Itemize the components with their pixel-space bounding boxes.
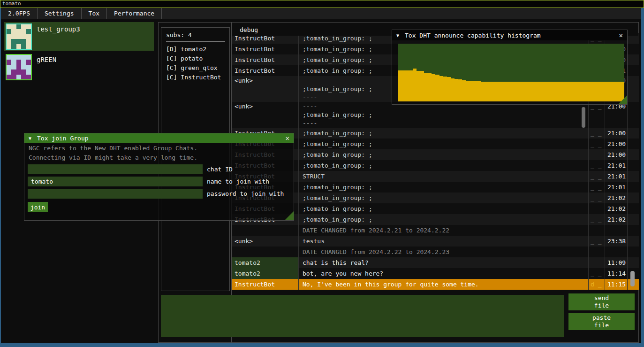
menu-item-tox[interactable]: Tox bbox=[82, 8, 107, 19]
avatar-pixel bbox=[26, 75, 31, 79]
menu-item-performance[interactable]: Performance bbox=[107, 8, 162, 19]
panel-scrollbar-thumb[interactable] bbox=[630, 271, 635, 286]
members-separator bbox=[166, 41, 225, 42]
avatar-pixel bbox=[11, 44, 16, 49]
histogram-bar bbox=[571, 82, 575, 101]
resize-handle[interactable] bbox=[285, 211, 294, 220]
join-group-window: ▼ Tox join Group ✕ NGC refers to the New… bbox=[24, 133, 294, 221]
histogram-bar bbox=[503, 82, 507, 101]
time-cell: 21:00 bbox=[605, 149, 628, 160]
members-header: subs: 4 bbox=[166, 31, 229, 39]
status-cell: _ _ bbox=[589, 268, 605, 279]
avatar-pixel bbox=[16, 65, 21, 69]
histogram-bar bbox=[530, 82, 534, 101]
histogram-bar bbox=[477, 81, 481, 101]
group-item-test_group3[interactable]: test_group3 bbox=[4, 22, 154, 51]
message-cell: No, I've been in this group for quite so… bbox=[299, 279, 589, 290]
chat-row[interactable]: <unk>testus_ _23:38 bbox=[232, 236, 639, 247]
status-cell: _ _ bbox=[589, 236, 605, 247]
histogram-bar bbox=[428, 73, 432, 101]
sender-cell: InstructBot bbox=[232, 54, 299, 65]
avatar-pixel bbox=[16, 55, 21, 60]
avatar-pixel bbox=[16, 24, 21, 29]
avatar-pixel bbox=[26, 60, 31, 64]
histogram-bar bbox=[451, 78, 455, 101]
member-item[interactable]: [C] InstructBot bbox=[166, 73, 229, 82]
chat-row[interactable]: tomato2bot, are you new here?_ _11:14 bbox=[232, 268, 639, 279]
avatar-pixel bbox=[21, 34, 26, 39]
histogram-bar bbox=[515, 82, 518, 101]
paste-file-button[interactable]: paste file bbox=[568, 313, 635, 330]
avatar-pixel bbox=[26, 29, 31, 34]
histogram-bar bbox=[466, 81, 470, 101]
message-input[interactable] bbox=[161, 295, 564, 337]
chat-row[interactable]: DATE CHANGED from 2024.2.21 to 2024.2.22 bbox=[232, 225, 639, 236]
status-cell: _ _ bbox=[589, 214, 605, 225]
join-group-title: Tox join Group bbox=[37, 135, 89, 142]
menu-item-settings[interactable]: Settings bbox=[38, 8, 82, 19]
status-cell: _ _ bbox=[589, 257, 605, 268]
join-field-password-to-join-with[interactable] bbox=[28, 189, 203, 199]
member-item[interactable]: [C] green_qtox bbox=[166, 63, 229, 73]
time-cell bbox=[605, 247, 628, 257]
avatar-pixel bbox=[21, 69, 26, 74]
message-cell: bot, are you new here? bbox=[299, 268, 589, 279]
avatar-pixel bbox=[26, 55, 31, 60]
histogram-bar bbox=[402, 70, 405, 101]
collapse-icon[interactable]: ▼ bbox=[29, 136, 31, 141]
close-icon[interactable]: ✕ bbox=[286, 134, 289, 142]
avatar-pixel bbox=[7, 44, 11, 49]
sender-cell: tomato2 bbox=[232, 268, 299, 279]
avatar-pixel bbox=[26, 44, 31, 49]
member-item[interactable]: [D] tomato2 bbox=[166, 45, 229, 54]
histogram-bar bbox=[496, 82, 500, 101]
join-field-label: name to join with bbox=[207, 177, 269, 186]
time-cell: 21:00 bbox=[605, 128, 628, 139]
group-item-gREEN[interactable]: gREEN bbox=[4, 53, 154, 81]
histogram-bar bbox=[613, 82, 617, 101]
tab-debug-label: debug bbox=[240, 26, 258, 33]
chat-row[interactable]: InstructBotNo, I've been in this group f… bbox=[232, 279, 639, 290]
avatar-pixel bbox=[11, 69, 16, 74]
histogram-bar bbox=[409, 70, 413, 101]
send-file-button[interactable]: send file bbox=[568, 293, 635, 310]
message-cell: ;tomato_in_group: ; bbox=[299, 128, 589, 139]
histogram-bar bbox=[439, 76, 443, 101]
group-name: test_group3 bbox=[37, 25, 80, 33]
message-cell: ;tomato_in_group: ; bbox=[299, 203, 589, 214]
chat-row[interactable]: DATE CHANGED from 2024.2.22 to 2024.2.23 bbox=[232, 247, 639, 257]
time-cell: 21:00 bbox=[605, 102, 628, 128]
join-field-name-to-join-with[interactable]: tomato bbox=[28, 177, 203, 186]
status-cell: d _ bbox=[589, 279, 605, 290]
histogram-bar bbox=[413, 69, 417, 101]
app-window: tomato 2.0FPSSettingsToxPerformance test… bbox=[0, 0, 644, 347]
chat-scrollbar-thumb[interactable] bbox=[582, 107, 585, 128]
collapse-icon[interactable]: ▼ bbox=[396, 33, 399, 38]
resize-handle[interactable] bbox=[618, 95, 627, 104]
join-button[interactable]: join bbox=[28, 202, 48, 212]
message-cell: DATE CHANGED from 2024.2.22 to 2024.2.23 bbox=[299, 247, 589, 257]
status-cell bbox=[589, 247, 605, 257]
message-cell: chat is this real? bbox=[299, 257, 589, 268]
window-frame-right bbox=[641, 8, 644, 347]
menu-item-2.0fps[interactable]: 2.0FPS bbox=[1, 8, 38, 19]
avatar-pixel bbox=[21, 24, 26, 29]
member-item[interactable]: [C] potato bbox=[166, 54, 229, 63]
status-cell: _ _ bbox=[589, 102, 605, 128]
chat-row[interactable]: tomato2chat is this real?_ _11:09 bbox=[232, 257, 639, 268]
sender-cell: tomato2 bbox=[232, 257, 299, 268]
status-cell: _ _ bbox=[589, 193, 605, 203]
window-titlebar[interactable]: tomato bbox=[0, 0, 644, 8]
avatar-pixel bbox=[11, 65, 16, 69]
avatar-pixel bbox=[26, 65, 31, 69]
time-cell bbox=[605, 225, 628, 236]
avatar-pixel bbox=[16, 44, 21, 49]
histogram-bar bbox=[519, 82, 523, 101]
time-cell: 11:15 bbox=[605, 279, 628, 290]
join-group-titlebar[interactable]: ▼ Tox join Group ✕ bbox=[24, 133, 294, 143]
dht-histogram-titlebar[interactable]: ▼ Tox DHT announce capability histogram … bbox=[392, 30, 627, 40]
close-icon[interactable]: ✕ bbox=[619, 31, 623, 39]
chat-row[interactable]: <unk>---- ;tomato_in_group: ; ----_ _21:… bbox=[232, 102, 639, 128]
join-field-chat-ID[interactable] bbox=[28, 164, 203, 174]
avatar-pixel bbox=[26, 39, 31, 44]
